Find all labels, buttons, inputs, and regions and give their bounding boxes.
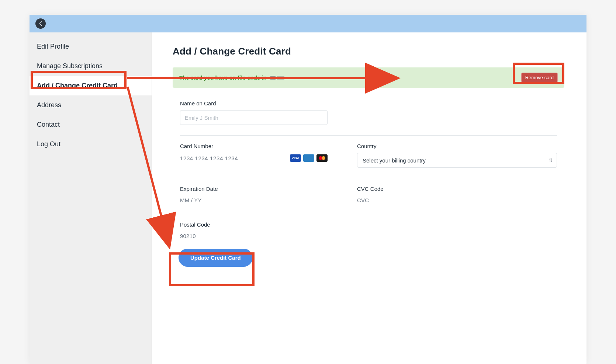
credit-card-form: Name on Card Card Number 1234 1234 1234 … [173, 100, 564, 267]
country-select[interactable]: Select your billing country [357, 153, 557, 168]
sidebar-item-label: Address [37, 101, 61, 109]
expiration-placeholder: MM / YY [180, 197, 202, 203]
country-label: Country [357, 143, 557, 149]
remove-card-label: Remove card [525, 75, 554, 80]
cvc-input[interactable]: CVC [357, 197, 557, 203]
mastercard-icon [316, 154, 328, 162]
back-button[interactable] [35, 18, 46, 29]
card-brand-icons: VISA [290, 154, 328, 162]
sidebar-item-label: Add / Change Credit Card [37, 82, 118, 89]
app-window: Edit Profile Manage Subscriptions Add / … [30, 15, 586, 364]
name-on-card-label: Name on Card [180, 100, 557, 106]
stored-card-alert: The card you have on file ends in Remove… [173, 67, 564, 88]
cvc-placeholder: CVC [357, 197, 369, 203]
divider [180, 214, 557, 214]
sidebar-item-log-out[interactable]: Log Out [30, 134, 152, 154]
divider [180, 135, 557, 136]
sidebar-item-manage-subscriptions[interactable]: Manage Subscriptions [30, 56, 152, 76]
update-credit-card-button[interactable]: Update Credit Card [179, 249, 253, 267]
name-on-card-input[interactable] [180, 110, 328, 125]
postal-code-input[interactable]: 90210 [180, 233, 557, 239]
divider [180, 178, 557, 178]
amex-icon [303, 154, 314, 162]
visa-icon: VISA [290, 154, 301, 162]
main-panel: Add / Change Credit Card The card you ha… [152, 32, 586, 364]
sidebar-item-edit-profile[interactable]: Edit Profile [30, 37, 152, 56]
alert-text: The card you have on file ends in [179, 74, 284, 81]
page-title: Add / Change Credit Card [173, 46, 564, 57]
redacted-digits-icon [270, 76, 284, 80]
sidebar-item-label: Edit Profile [37, 43, 69, 50]
top-header [30, 15, 586, 32]
sidebar-item-label: Manage Subscriptions [37, 62, 103, 70]
update-credit-card-label: Update Credit Card [190, 255, 241, 261]
postal-placeholder: 90210 [180, 233, 196, 239]
postal-code-label: Postal Code [180, 221, 557, 228]
sidebar-item-contact[interactable]: Contact [30, 115, 152, 134]
sidebar-item-add-change-credit-card[interactable]: Add / Change Credit Card [30, 76, 152, 95]
alert-main-text: The card you have on file ends in [179, 74, 267, 81]
card-number-input[interactable]: 1234 1234 1234 1234 VISA [180, 154, 328, 162]
remove-card-button[interactable]: Remove card [521, 73, 558, 83]
expiration-date-input[interactable]: MM / YY [180, 197, 335, 203]
sidebar-item-address[interactable]: Address [30, 95, 152, 115]
sidebar-item-label: Log Out [37, 140, 60, 148]
sidebar-item-label: Contact [37, 121, 60, 128]
sidebar: Edit Profile Manage Subscriptions Add / … [30, 32, 152, 364]
chevron-left-icon [39, 21, 42, 26]
expiration-date-label: Expiration Date [180, 186, 335, 192]
card-number-label: Card Number [180, 143, 335, 149]
cvc-label: CVC Code [357, 186, 557, 192]
card-number-placeholder: 1234 1234 1234 1234 [180, 155, 238, 161]
